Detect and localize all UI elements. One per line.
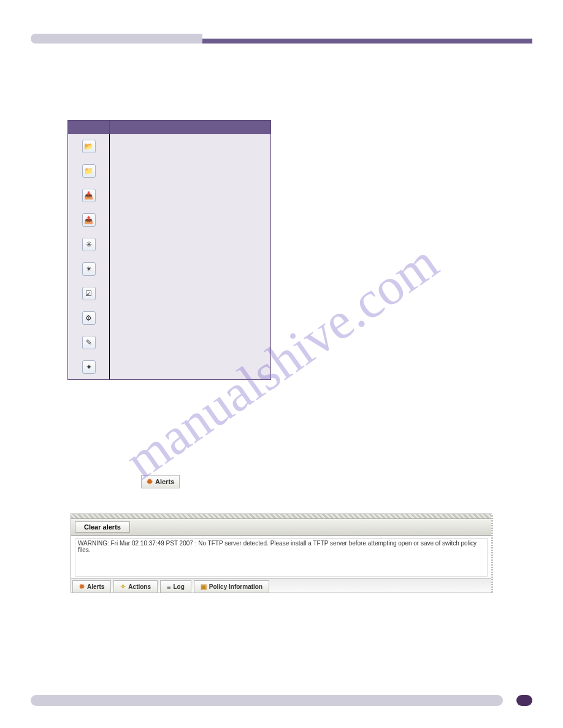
export-icon: 📤 — [82, 213, 96, 227]
alerts-toolbar: Clear alerts — [71, 519, 491, 536]
footer-page-marker — [516, 695, 532, 706]
alerts-body: WARNING: Fri Mar 02 10:37:49 PST 2007 : … — [71, 536, 491, 578]
icon-cell: 📥 — [68, 183, 110, 208]
desc-cell — [110, 314, 270, 322]
table-row: ⚙ — [68, 306, 270, 330]
tab-actions-label: Actions — [128, 583, 151, 590]
desc-cell — [110, 290, 270, 297]
footer-rule — [31, 695, 503, 706]
policy-apply-icon: ✴ — [82, 262, 96, 276]
alerts-tab-bar: ✹ Alerts ✧ Actions ≡ Log ▣ Policy Inform… — [71, 578, 491, 593]
tab-log-label: Log — [173, 583, 184, 590]
header-rule-left — [31, 34, 202, 44]
table-row: 📥 — [68, 183, 270, 208]
desc-cell — [110, 363, 270, 371]
verify-icon: ☑ — [82, 287, 96, 300]
alerts-icon: ✹ — [79, 583, 85, 591]
refresh-icon: ✦ — [82, 360, 96, 374]
icon-cell: ✎ — [68, 330, 110, 355]
close-switch-icon: 📁 — [82, 164, 96, 178]
alerts-icon: ✹ — [147, 477, 153, 486]
import-icon: 📥 — [82, 189, 96, 202]
icon-cell: 📁 — [68, 159, 110, 183]
icon-cell: ✴ — [68, 257, 110, 281]
desc-cell — [110, 192, 270, 199]
icon-cell: 📂 — [68, 134, 110, 159]
table-header-desc — [110, 121, 270, 134]
config-icon: ⚙ — [82, 311, 96, 325]
toolbar-reference-table: 📂📁📥📤✳✴☑⚙✎✦ — [67, 120, 271, 380]
table-row: 📤 — [68, 208, 270, 232]
header-rule-right — [202, 39, 532, 44]
desc-cell — [110, 167, 270, 175]
icon-cell: 📤 — [68, 208, 110, 232]
icon-cell: ✳ — [68, 232, 110, 257]
alerts-tab-label: Alerts — [155, 478, 174, 485]
table-row: ✦ — [68, 355, 270, 379]
policy-info-icon: ▣ — [201, 583, 207, 591]
alerts-inline-reference: ✹ Alerts — [67, 475, 496, 488]
tab-alerts[interactable]: ✹ Alerts — [72, 580, 111, 593]
panel-right-edge — [491, 514, 493, 593]
icon-cell: ✦ — [68, 355, 110, 379]
alerts-tab-sample: ✹ Alerts — [141, 475, 180, 488]
tab-log[interactable]: ≡ Log — [160, 580, 191, 593]
alerts-panel: Clear alerts WARNING: Fri Mar 02 10:37:4… — [71, 514, 492, 593]
policy-edit-icon: ✳ — [82, 238, 96, 251]
table-header-icon — [68, 121, 110, 134]
desc-cell — [110, 241, 270, 248]
log-icon: ≡ — [167, 583, 170, 591]
desc-cell — [110, 265, 270, 273]
table-row: ✳ — [68, 232, 270, 257]
table-row: 📂 — [68, 134, 270, 159]
icon-cell: ☑ — [68, 281, 110, 306]
actions-icon: ✧ — [120, 583, 126, 591]
table-header-row — [68, 121, 270, 134]
alerts-message-area: WARNING: Fri Mar 02 10:37:49 PST 2007 : … — [75, 538, 488, 577]
table-row: ✎ — [68, 330, 270, 355]
desc-cell — [110, 143, 270, 150]
tab-policy-information[interactable]: ▣ Policy Information — [194, 580, 269, 593]
table-row: 📁 — [68, 159, 270, 183]
wizard-icon: ✎ — [82, 336, 96, 349]
desc-cell — [110, 216, 270, 224]
open-switch-icon: 📂 — [82, 140, 96, 153]
table-row: ✴ — [68, 257, 270, 281]
tab-policy-label: Policy Information — [209, 583, 262, 590]
panel-grip — [71, 514, 491, 519]
alert-message-text: WARNING: Fri Mar 02 10:37:49 PST 2007 : … — [78, 540, 477, 553]
icon-cell: ⚙ — [68, 306, 110, 330]
tab-alerts-label: Alerts — [87, 583, 104, 590]
table-row: ☑ — [68, 281, 270, 306]
desc-cell — [110, 339, 270, 346]
tab-actions[interactable]: ✧ Actions — [113, 580, 158, 593]
clear-alerts-button[interactable]: Clear alerts — [75, 521, 130, 533]
